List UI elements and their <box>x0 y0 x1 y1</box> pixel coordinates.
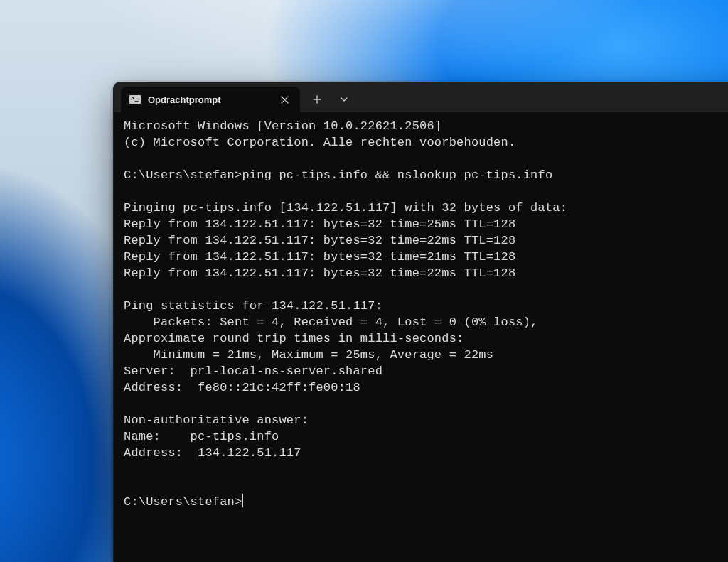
titlebar-drag-region[interactable] <box>357 82 728 112</box>
titlebar[interactable]: Opdrachtprompt <box>114 82 728 112</box>
cmd-icon <box>129 95 141 104</box>
tab-actions <box>300 82 357 112</box>
terminal-text: Microsoft Windows [Version 10.0.22621.25… <box>124 119 567 509</box>
tab-dropdown-button[interactable] <box>331 89 357 110</box>
tab-close-button[interactable] <box>276 91 293 108</box>
plus-icon <box>313 95 321 104</box>
terminal-output[interactable]: Microsoft Windows [Version 10.0.22621.25… <box>114 112 728 562</box>
text-cursor <box>242 494 243 507</box>
close-icon <box>281 96 289 104</box>
terminal-window: Opdrachtprompt Microsoft Windows [Versio… <box>113 82 728 562</box>
tab-active[interactable]: Opdrachtprompt <box>121 87 300 112</box>
titlebar-left-margin <box>114 82 121 112</box>
new-tab-button[interactable] <box>304 89 330 110</box>
tab-title: Opdrachtprompt <box>148 94 269 105</box>
chevron-down-icon <box>340 95 348 104</box>
